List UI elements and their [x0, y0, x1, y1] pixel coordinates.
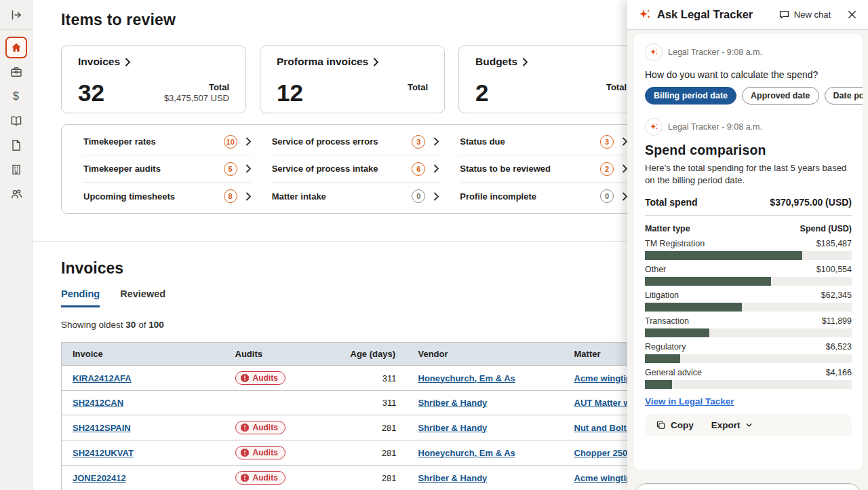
total-spend-label: Total spend — [645, 197, 698, 208]
sidebar-item-matters[interactable] — [0, 60, 33, 84]
audits-badge[interactable]: Audits — [235, 421, 285, 434]
message-toolbar: Copy Export — [645, 414, 852, 436]
chevron-down-icon — [745, 421, 753, 429]
total-spend-row: Total spend $370,975.00 (USD) — [645, 197, 852, 216]
review-item[interactable]: Status due 3 — [460, 128, 628, 155]
sidebar-item-vendors[interactable] — [0, 157, 33, 182]
export-button[interactable]: Export — [711, 420, 753, 430]
age-days-cell: 281 — [340, 466, 408, 490]
invoice-link[interactable]: SH2412UKVAT — [73, 448, 134, 458]
review-item-label: Status due — [460, 136, 600, 147]
age-days-cell: 281 — [340, 415, 408, 440]
chevron-right-icon — [433, 192, 439, 201]
expand-sidebar-icon[interactable] — [0, 3, 32, 27]
bar-fill — [645, 328, 709, 337]
summary-card-budgets[interactable]: Budgets 2 Total — [458, 45, 644, 113]
count-badge: 6 — [412, 162, 425, 176]
matter-link[interactable]: Nut and Bolt B — [574, 423, 635, 433]
view-in-legal-tracker-link[interactable]: View in Legal Tacker — [645, 396, 734, 407]
review-item[interactable]: Timekeeper audits 5 — [83, 155, 252, 183]
card-count: 32 — [78, 81, 104, 105]
count-badge: 0 — [412, 189, 425, 203]
review-item-label: Timekeeper rates — [83, 136, 224, 147]
review-item[interactable]: Service of process intake 6 — [272, 155, 440, 183]
answer-pill[interactable]: Approved date — [742, 87, 819, 105]
review-item[interactable]: Service of process errors 3 — [272, 128, 440, 155]
file-icon — [9, 138, 23, 152]
vendor-link[interactable]: Honeychurch, Em & As — [418, 448, 515, 458]
spend-bar-chart: TM Registration $185,487 Other $100,554 … — [645, 239, 852, 389]
chevron-right-icon — [433, 164, 439, 173]
count-badge: 0 — [600, 189, 614, 203]
invoice-link[interactable]: JONE202412 — [73, 473, 126, 483]
spend-comparison-heading: Spend comparison — [645, 143, 852, 158]
message-sender-time: Legal Tracker - 9:08 a.m. — [668, 122, 762, 132]
bar-fill — [645, 380, 672, 389]
legal-tracker-avatar — [645, 118, 663, 136]
tab-reviewed[interactable]: Reviewed — [120, 288, 165, 307]
matter-type-label: Litigation — [645, 290, 679, 300]
matter-type-label: Regulatory — [645, 342, 686, 352]
matter-type-label: Other — [645, 265, 666, 274]
chat-message-input[interactable] — [634, 483, 861, 490]
review-item[interactable]: Status to be reviewed 2 — [460, 155, 628, 183]
sidebar-item-spend[interactable]: $ — [0, 84, 33, 109]
review-item[interactable]: Upcoming timesheets 8 — [83, 183, 252, 210]
vendor-link[interactable]: Shriber & Handy — [418, 423, 488, 433]
audits-badge[interactable]: Audits — [235, 471, 285, 485]
count-badge: 2 — [600, 162, 614, 176]
chevron-right-icon — [245, 164, 252, 173]
audits-badge[interactable]: Audits — [235, 446, 285, 459]
invoice-link[interactable]: KIRA2412AFA — [73, 373, 132, 383]
audits-badge-label: Audits — [253, 473, 278, 483]
chart-col-spend: Spend (USD) — [800, 224, 852, 233]
summary-card-invoices[interactable]: Invoices 32 Total $3,475,507 USD — [61, 45, 246, 113]
invoice-link[interactable]: SH2412SPAIN — [73, 423, 131, 433]
count-badge: 10 — [224, 135, 237, 149]
invoice-link[interactable]: SH2412CAN — [73, 398, 123, 408]
summary-card-proforma-invoices[interactable]: Proforma invoices 12 Total — [260, 45, 445, 113]
card-title: Proforma invoices — [277, 56, 368, 68]
close-icon[interactable] — [847, 10, 857, 20]
vendor-link[interactable]: Honeychurch, Em & As — [418, 373, 515, 383]
audits-badge-label: Audits — [253, 423, 278, 432]
bar-track — [645, 277, 852, 286]
matter-link[interactable]: Acme wingtip — [574, 373, 632, 383]
review-item[interactable]: Profile incomplete 0 — [460, 183, 628, 210]
matter-type-label: General advice — [645, 368, 702, 377]
vendor-link[interactable]: Shriber & Handy — [418, 473, 488, 483]
message-meta: Legal Tracker - 9:08 a.m. — [645, 118, 852, 136]
sidebar-item-documents[interactable] — [0, 133, 33, 157]
message-sender-time: Legal Tracker - 9:08 a.m. — [668, 48, 762, 57]
ask-legal-tracker-panel: Ask Legal Tracker New chat Legal Tracker… — [627, 0, 868, 490]
sparkle-icon — [638, 8, 652, 22]
total-spend-value: $370,975.00 (USD) — [770, 197, 852, 208]
bar-track — [645, 251, 852, 260]
col-age: Age (days) — [340, 343, 408, 366]
sidebar-item-people[interactable] — [0, 182, 33, 206]
review-item-label: Timekeeper audits — [83, 164, 224, 174]
chevron-right-icon — [125, 58, 131, 67]
review-item[interactable]: Matter intake 0 — [272, 183, 440, 210]
audits-badge[interactable]: Audits — [235, 371, 285, 385]
answer-pill[interactable]: Billing period date — [645, 87, 736, 105]
tab-pending[interactable]: Pending — [61, 288, 100, 307]
chart-row: Regulatory $6,523 — [645, 342, 852, 363]
count-badge: 3 — [600, 135, 614, 149]
sidebar-item-library[interactable] — [0, 109, 33, 133]
spend-value: $4,166 — [826, 368, 852, 377]
sidebar-item-home[interactable] — [0, 35, 33, 60]
spend-comparison-body: Here’s the total spending for the last 5… — [645, 162, 852, 187]
matter-link[interactable]: Acme wingtip — [574, 473, 632, 483]
copy-button[interactable]: Copy — [656, 420, 694, 430]
review-item[interactable]: Timekeeper rates 10 — [83, 128, 252, 155]
vendor-link[interactable]: Shriber & Handy — [418, 398, 488, 408]
new-chat-button[interactable]: New chat — [778, 9, 831, 20]
answer-pills: Billing period date Approved date Date p… — [645, 87, 852, 105]
answer-pill[interactable]: Date posted — [825, 87, 863, 105]
message-meta: Legal Tracker - 9:08 a.m. — [645, 43, 852, 61]
chart-row: Other $100,554 — [645, 265, 852, 286]
chevron-right-icon — [522, 58, 528, 67]
age-days-cell: 281 — [340, 440, 408, 466]
review-items-card: Timekeeper rates 10 Timekeeper audits 5 … — [61, 124, 645, 214]
